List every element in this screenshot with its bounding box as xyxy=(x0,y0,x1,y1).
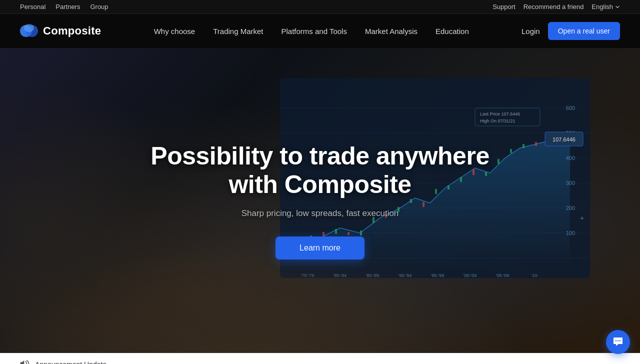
nav-platforms-tools[interactable]: Platforms and Tools xyxy=(274,23,354,40)
language-label: English xyxy=(592,3,613,10)
nav-links: Why choose Trading Market Platforms and … xyxy=(147,23,476,40)
nav-why-choose[interactable]: Why choose xyxy=(147,23,202,40)
partners-link[interactable]: Partners xyxy=(56,3,80,10)
hero-section: 600 500 400 300 200 100 + xyxy=(0,48,640,353)
nav-actions: Login Open a real user xyxy=(522,22,620,40)
top-bar-right: Support Recommend a friend English xyxy=(492,3,620,10)
chevron-down-icon xyxy=(615,4,620,10)
group-link[interactable]: Group xyxy=(90,3,108,10)
main-navigation: Composite Why choose Trading Market Plat… xyxy=(0,14,640,48)
personal-link[interactable]: Personal xyxy=(20,3,46,10)
svg-point-55 xyxy=(618,340,618,341)
svg-text:High On 07/31/21: High On 07/31/21 xyxy=(480,118,516,124)
svg-rect-37 xyxy=(522,144,524,148)
support-link[interactable]: Support xyxy=(492,3,516,10)
language-selector[interactable]: English xyxy=(592,3,620,10)
hero-title: Possibility to trade anywhere with Compo… xyxy=(135,142,505,200)
logo-text: Composite xyxy=(43,24,101,38)
open-real-user-button[interactable]: Open a real user xyxy=(548,22,620,40)
hero-subtitle: Sharp pricing, low spreads, fast executi… xyxy=(135,208,505,218)
announcement-bar: Announcement Update xyxy=(0,353,640,364)
recommend-link[interactable]: Recommend a friend xyxy=(524,3,584,10)
nav-trading-market[interactable]: Trading Market xyxy=(206,23,270,40)
top-bar: Personal Partners Group Support Recommen… xyxy=(0,0,640,14)
chat-icon xyxy=(612,336,624,348)
svg-point-56 xyxy=(620,340,620,341)
svg-text:107.6446: 107.6446 xyxy=(552,136,576,142)
hero-content: Possibility to trade anywhere with Compo… xyxy=(125,142,515,260)
announcement-icon xyxy=(20,360,29,364)
chat-support-button[interactable] xyxy=(606,330,630,354)
announcement-text: Announcement Update xyxy=(35,360,106,364)
nav-education[interactable]: Education xyxy=(428,23,476,40)
speaker-icon xyxy=(20,360,29,364)
login-link[interactable]: Login xyxy=(522,27,540,36)
logo[interactable]: Composite xyxy=(20,24,101,38)
learn-more-button[interactable]: Learn more xyxy=(276,236,364,260)
svg-text:600: 600 xyxy=(566,105,575,111)
svg-text:Last Price  107.6446: Last Price 107.6446 xyxy=(480,112,520,116)
top-bar-links: Personal Partners Group xyxy=(20,3,108,10)
svg-point-2 xyxy=(24,24,34,32)
svg-point-54 xyxy=(616,340,616,341)
logo-icon xyxy=(20,24,38,38)
svg-rect-38 xyxy=(535,142,537,146)
nav-market-analysis[interactable]: Market Analysis xyxy=(358,23,424,40)
